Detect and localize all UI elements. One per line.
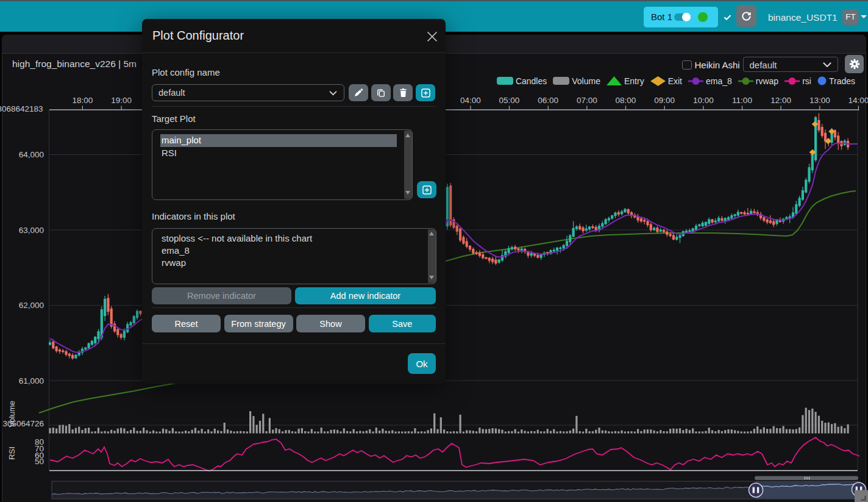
svg-text:Volume: Volume bbox=[7, 401, 16, 427]
svg-text:18:00: 18:00 bbox=[73, 96, 93, 105]
svg-text:06:00: 06:00 bbox=[538, 96, 558, 105]
svg-text:50: 50 bbox=[35, 457, 44, 466]
svg-text:08:00: 08:00 bbox=[616, 96, 636, 105]
svg-text:12:00: 12:00 bbox=[770, 96, 791, 105]
svg-text:10:00: 10:00 bbox=[693, 96, 714, 105]
svg-text:19:00: 19:00 bbox=[111, 96, 132, 105]
svg-text:07:00: 07:00 bbox=[577, 96, 597, 105]
svg-text:04:00: 04:00 bbox=[460, 96, 481, 105]
svg-text:61,000: 61,000 bbox=[19, 376, 44, 385]
svg-text:14:00: 14:00 bbox=[848, 96, 868, 105]
svg-text:3068642183: 3068642183 bbox=[0, 104, 43, 113]
svg-text:62,000: 62,000 bbox=[19, 301, 44, 310]
svg-text:11:00: 11:00 bbox=[732, 96, 752, 105]
svg-text:13:00: 13:00 bbox=[809, 96, 830, 105]
svg-text:09:00: 09:00 bbox=[654, 96, 675, 105]
svg-text:63,000: 63,000 bbox=[19, 226, 44, 235]
svg-text:RSI: RSI bbox=[7, 446, 16, 460]
svg-text:64,000: 64,000 bbox=[19, 150, 44, 159]
svg-text:05:00: 05:00 bbox=[499, 96, 520, 105]
